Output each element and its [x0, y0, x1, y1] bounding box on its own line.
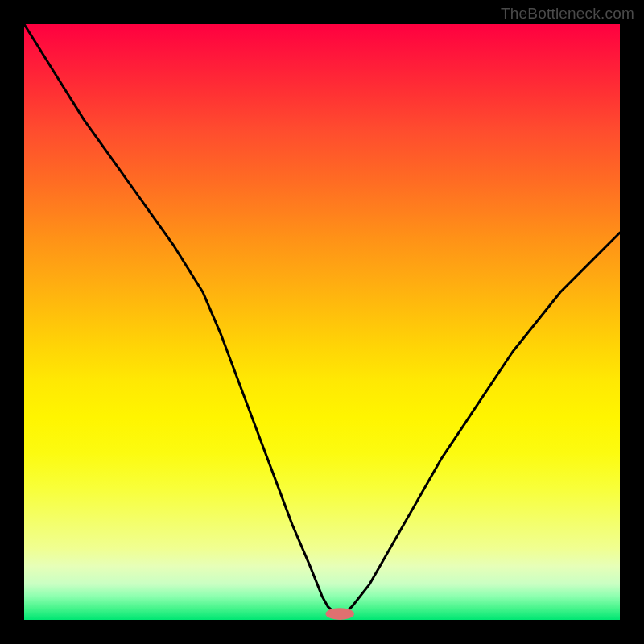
plot-area	[24, 24, 620, 620]
minimum-marker	[325, 608, 354, 620]
chart-svg	[24, 24, 620, 620]
watermark-text: TheBottleneck.com	[501, 5, 634, 23]
bottleneck-curve	[24, 24, 620, 614]
chart-frame: TheBottleneck.com	[0, 0, 644, 644]
